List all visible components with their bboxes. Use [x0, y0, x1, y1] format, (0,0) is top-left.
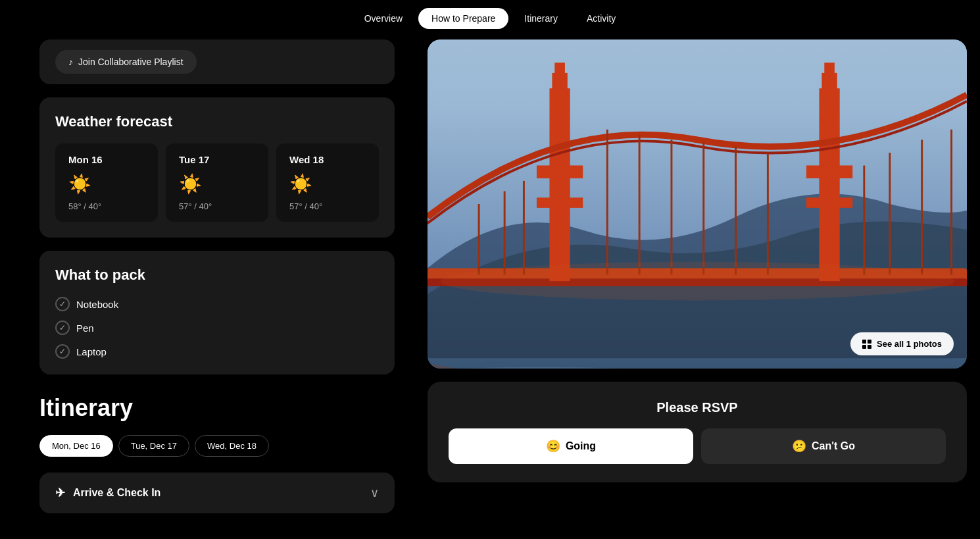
playlist-card: ♪ Join Collaborative Playlist [39, 39, 395, 84]
going-emoji-icon: 😊 [546, 439, 560, 453]
weather-day-mon-name: Mon 16 [68, 154, 145, 165]
rsvp-card: Please RSVP 😊 Going 😕 Can't Go [428, 382, 967, 482]
weather-forecast-card: Weather forecast Mon 16 ☀️ 58° / 40° Tue… [39, 97, 395, 238]
going-label: Going [566, 440, 596, 452]
weather-day-mon: Mon 16 ☀️ 58° / 40° [55, 143, 158, 222]
itin-tab-wed[interactable]: Wed, Dec 18 [195, 435, 269, 457]
golden-gate-bridge-svg [428, 39, 967, 369]
pack-item-notebook-label: Notebook [76, 299, 118, 310]
svg-rect-15 [806, 165, 852, 178]
arrive-check-in-card[interactable]: ✈ Arrive & Check In ∨ [39, 473, 395, 513]
weather-days-container: Mon 16 ☀️ 58° / 40° Tue 17 ☀️ 57° / 40° … [55, 143, 379, 222]
pack-item-laptop: ✓ Laptop [55, 344, 379, 359]
weather-temp-tue: 57° / 40° [179, 201, 255, 211]
bridge-photo [428, 39, 967, 369]
sun-icon-tue: ☀️ [179, 173, 255, 195]
weather-temp-wed: 57° / 40° [289, 201, 366, 211]
itin-tab-tue[interactable]: Tue, Dec 17 [118, 435, 189, 457]
svg-point-32 [441, 262, 954, 301]
check-icon-pen: ✓ [55, 321, 70, 335]
sun-icon-mon: ☀️ [68, 173, 145, 195]
rsvp-buttons-container: 😊 Going 😕 Can't Go [449, 428, 946, 464]
svg-rect-18 [824, 63, 835, 83]
cantgo-label: Can't Go [812, 440, 855, 452]
tab-itinerary[interactable]: Itinerary [511, 8, 571, 29]
left-column: ♪ Join Collaborative Playlist Weather fo… [39, 39, 414, 513]
weather-day-tue: Tue 17 ☀️ 57° / 40° [166, 143, 268, 222]
see-photos-button[interactable]: See all 1 photos [850, 332, 954, 355]
arrive-header: ✈ Arrive & Check In ∨ [55, 486, 379, 500]
check-icon-laptop: ✓ [55, 344, 70, 359]
tab-how-to-prepare[interactable]: How to Prepare [418, 8, 508, 29]
cantgo-button[interactable]: 😕 Can't Go [701, 428, 946, 464]
top-navigation: Overview How to Prepare Itinerary Activi… [0, 0, 980, 39]
svg-rect-13 [554, 63, 565, 83]
chevron-down-icon: ∨ [370, 486, 379, 500]
weather-day-wed: Wed 18 ☀️ 57° / 40° [276, 143, 379, 222]
tab-activity[interactable]: Activity [574, 8, 629, 29]
itinerary-heading: Itinerary [39, 394, 395, 422]
weather-temp-mon: 58° / 40° [68, 201, 145, 211]
what-to-pack-card: What to pack ✓ Notebook ✓ Pen ✓ Laptop [39, 251, 395, 374]
pack-item-pen-label: Pen [76, 322, 94, 334]
weather-title: Weather forecast [55, 113, 379, 130]
itinerary-date-tabs: Mon, Dec 16 Tue, Dec 17 Wed, Dec 18 [39, 435, 395, 457]
svg-rect-14 [819, 88, 839, 281]
svg-rect-16 [806, 197, 852, 208]
pack-item-laptop-label: Laptop [76, 346, 107, 357]
pack-title: What to pack [55, 267, 379, 284]
arrive-left: ✈ Arrive & Check In [55, 486, 160, 500]
arrive-label: Arrive & Check In [73, 487, 160, 499]
playlist-button-label: Join Collaborative Playlist [78, 57, 184, 67]
weather-day-tue-name: Tue 17 [179, 154, 255, 165]
grid-icon [862, 340, 871, 349]
svg-rect-10 [537, 165, 583, 178]
rsvp-title: Please RSVP [449, 400, 946, 415]
tab-overview[interactable]: Overview [351, 8, 416, 29]
svg-rect-11 [537, 197, 583, 208]
see-photos-label: See all 1 photos [877, 339, 942, 349]
itin-tab-mon[interactable]: Mon, Dec 16 [39, 435, 113, 457]
sun-icon-wed: ☀️ [289, 173, 366, 195]
music-icon: ♪ [68, 57, 73, 67]
main-content: ♪ Join Collaborative Playlist Weather fo… [0, 39, 980, 513]
weather-day-wed-name: Wed 18 [289, 154, 366, 165]
right-column: See all 1 photos Please RSVP 😊 Going 😕 C… [414, 39, 967, 513]
svg-rect-5 [428, 358, 967, 369]
svg-rect-8 [549, 88, 570, 281]
bridge-photo-container: See all 1 photos [428, 39, 967, 369]
arrive-plane-icon: ✈ [55, 486, 65, 500]
pack-item-pen: ✓ Pen [55, 321, 379, 335]
join-playlist-button[interactable]: ♪ Join Collaborative Playlist [55, 50, 197, 74]
check-icon-notebook: ✓ [55, 297, 70, 311]
pack-item-notebook: ✓ Notebook [55, 297, 379, 311]
cantgo-emoji-icon: 😕 [792, 439, 806, 453]
going-button[interactable]: 😊 Going [449, 428, 693, 464]
